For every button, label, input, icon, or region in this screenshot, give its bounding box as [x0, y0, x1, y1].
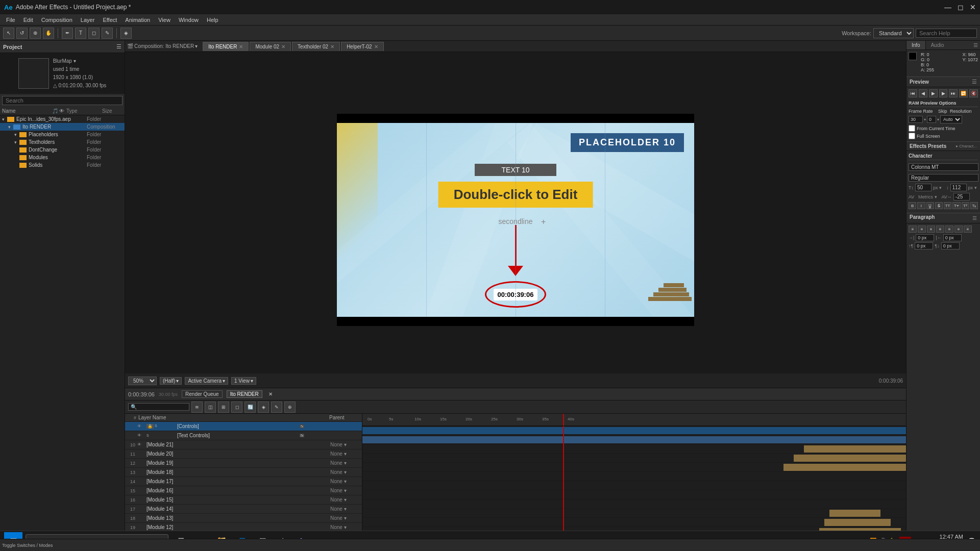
- tl-btn-3[interactable]: ⊞: [218, 402, 229, 413]
- para-align-justify[interactable]: ≡: [964, 226, 972, 233]
- char-italic[interactable]: I: [917, 202, 925, 209]
- frame-rate-input[interactable]: [909, 116, 923, 123]
- para-indent-left-input[interactable]: [916, 234, 934, 241]
- menu-edit[interactable]: Edit: [19, 16, 37, 24]
- camera-dropdown[interactable]: ▾: [223, 378, 225, 384]
- layer-row-17[interactable]: 17 [Module 14] None ▾: [125, 505, 362, 514]
- fx-icon[interactable]: fx: [300, 434, 304, 437]
- effects-presets-menu[interactable]: ▸ Charact...: [956, 144, 977, 148]
- tool-select[interactable]: ↖: [3, 28, 14, 39]
- tool-rotate[interactable]: ↺: [16, 28, 28, 39]
- menu-layer[interactable]: Layer: [77, 16, 99, 24]
- layer-row-19[interactable]: 19 [Module 12] None ▾: [125, 523, 362, 531]
- layer-row-16[interactable]: 16 [Module 15] None ▾: [125, 495, 362, 505]
- zoom-select[interactable]: 50%: [128, 377, 157, 385]
- tool-pen[interactable]: ✒: [62, 28, 73, 39]
- layer-row-controls[interactable]: 👁 🔒 S [Controls] fx: [125, 422, 362, 431]
- menu-help[interactable]: Help: [203, 16, 223, 24]
- search-help-input[interactable]: [916, 29, 977, 38]
- view-dropdown[interactable]: ▾: [251, 378, 253, 384]
- layer-lock[interactable]: 🔒: [146, 424, 154, 429]
- layer-row-13[interactable]: 13 [Module 18] None ▾: [125, 468, 362, 477]
- audio-tab[interactable]: Audio: [926, 41, 949, 49]
- project-panel-menu-icon[interactable]: ☰: [116, 43, 121, 50]
- metrics-dropdown[interactable]: Metrics ▾: [918, 194, 937, 199]
- tree-item-dontchange[interactable]: DontChange Folder: [0, 146, 125, 154]
- menu-composition[interactable]: Composition: [37, 16, 77, 24]
- view-select[interactable]: 1 View ▾: [231, 377, 256, 385]
- prev-next-frame[interactable]: ▶: [939, 89, 948, 97]
- char-superscript[interactable]: T²: [962, 202, 969, 209]
- para-align-justify-left[interactable]: ≡: [936, 226, 944, 233]
- layer-row-18[interactable]: 18 [Module 13] None ▾: [125, 514, 362, 523]
- comp-tab-close[interactable]: ✕: [281, 44, 285, 49]
- timeline-search[interactable]: 🔍: [128, 403, 189, 411]
- tl-btn-6[interactable]: ◈: [258, 402, 269, 413]
- comp-dropdown-icon[interactable]: ▾: [195, 43, 198, 49]
- maximize-button[interactable]: ◻: [958, 3, 964, 11]
- para-indent-right-input[interactable]: [943, 234, 962, 241]
- prev-prev-frame[interactable]: ◀: [919, 89, 927, 97]
- comp-tab-render[interactable]: Ito RENDER ✕: [203, 42, 249, 51]
- para-align-center[interactable]: ≡: [918, 226, 926, 233]
- info-panel-menu[interactable]: ☰: [971, 41, 980, 49]
- render-queue-tab[interactable]: Render Queue: [182, 390, 223, 398]
- tree-item-placeholders[interactable]: ▾ Placeholders Folder: [0, 131, 125, 138]
- menu-file[interactable]: File: [2, 16, 19, 24]
- char-bold[interactable]: B: [909, 202, 916, 209]
- tool-pan[interactable]: ✋: [43, 28, 54, 39]
- menu-view[interactable]: View: [154, 16, 175, 24]
- comp-tab-close[interactable]: ✕: [239, 44, 243, 49]
- para-align-justify-right[interactable]: ≡: [954, 226, 963, 233]
- char-smallcaps[interactable]: Tᴛ: [952, 202, 960, 209]
- tool-paint[interactable]: ✎: [102, 28, 113, 39]
- layer-row-10[interactable]: 10 👁 [Module 21] None ▾: [125, 440, 362, 449]
- tool-puppet[interactable]: ◈: [120, 28, 132, 39]
- char-font-input[interactable]: [909, 163, 978, 171]
- title-bar-controls[interactable]: — ◻ ✕: [944, 3, 976, 11]
- char-style-input[interactable]: [909, 174, 978, 182]
- resolution-dropdown[interactable]: ▾: [176, 378, 179, 384]
- para-align-right[interactable]: ≡: [927, 226, 935, 233]
- layer-row-12[interactable]: 12 [Module 19] None ▾: [125, 459, 362, 468]
- para-align-left[interactable]: ≡: [909, 226, 917, 233]
- para-align-justify-center[interactable]: ≡: [945, 226, 953, 233]
- tree-item-render[interactable]: ▾ Ito RENDER Composition: [0, 123, 125, 131]
- tree-item-textholders[interactable]: ▾ Textholders Folder: [0, 138, 125, 146]
- char-tracking-input[interactable]: [953, 193, 970, 201]
- layer-row-15[interactable]: 15 [Module 16] None ▾: [125, 486, 362, 495]
- comp-tab-close[interactable]: ✕: [374, 44, 378, 49]
- char-leading-input[interactable]: [950, 184, 967, 191]
- timeline-tab-active[interactable]: Ito RENDER: [227, 390, 262, 398]
- prev-mute[interactable]: 🔇: [969, 89, 978, 97]
- para-space-before-input[interactable]: [915, 242, 933, 249]
- close-button[interactable]: ✕: [970, 3, 976, 11]
- tree-item-solids[interactable]: Solids Folder: [0, 161, 125, 169]
- char-size-input[interactable]: [915, 184, 932, 191]
- tool-shape[interactable]: ◻: [88, 28, 100, 39]
- tree-item-root[interactable]: ▾ Epic In...ides_30fps.aep Folder: [0, 115, 125, 123]
- tree-item-modules[interactable]: Modules Folder: [0, 154, 125, 161]
- eye-icon[interactable]: 👁: [137, 442, 141, 447]
- char-underline[interactable]: U̲: [926, 202, 934, 209]
- fx-icon[interactable]: fx: [300, 424, 304, 428]
- menu-animation[interactable]: Animation: [121, 16, 154, 24]
- prev-first-frame[interactable]: ⏮: [909, 89, 917, 97]
- tool-camera[interactable]: ⊕: [30, 28, 41, 39]
- eye-icon[interactable]: 👁: [137, 433, 141, 438]
- info-tab[interactable]: Info: [906, 41, 926, 49]
- project-search[interactable]: [0, 94, 125, 107]
- comp-tab-helper[interactable]: HelperT-02 ✕: [341, 42, 383, 51]
- char-strikethrough[interactable]: S̶: [935, 202, 943, 209]
- comp-tab-textholder[interactable]: Textholder 02 ✕: [292, 42, 340, 51]
- skip-input[interactable]: [927, 116, 936, 123]
- menu-window[interactable]: Window: [175, 16, 203, 24]
- resolution-select[interactable]: (Half) ▾: [160, 377, 182, 385]
- char-allcaps[interactable]: TT: [944, 202, 951, 209]
- full-screen-checkbox[interactable]: [909, 133, 915, 139]
- project-search-input[interactable]: [2, 96, 122, 105]
- layer-row-text-controls[interactable]: 👁 S [Text Controls] fx: [125, 431, 362, 440]
- timeline-close[interactable]: ✕: [268, 391, 273, 397]
- char-subscript[interactable]: T₂: [970, 202, 978, 209]
- comp-tab-module[interactable]: Module 02 ✕: [250, 42, 291, 51]
